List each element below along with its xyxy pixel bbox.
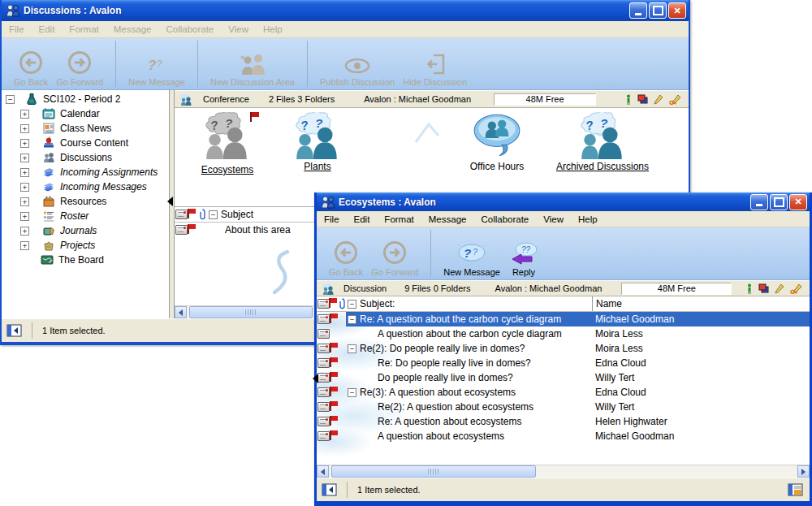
course-content-icon [42, 136, 55, 149]
titlebar[interactable]: Ecosystems : Avalon ✕ [317, 192, 810, 211]
scroll-right-button[interactable] [797, 465, 810, 478]
horizontal-scrollbar[interactable] [317, 465, 810, 478]
scrollbar-thumb[interactable] [331, 465, 536, 478]
go-back-button[interactable]: Go Back [10, 50, 52, 87]
tree-item-label: Discussions [60, 152, 112, 163]
message-sender: Helen Highwater [595, 416, 667, 427]
menu-message[interactable]: Message [106, 24, 159, 34]
expand-icon[interactable]: + [20, 154, 29, 162]
message-row[interactable]: Do people really live in domes? Willy Te… [317, 370, 810, 385]
expand-icon[interactable]: + [20, 110, 29, 119]
titlebar[interactable]: Discussions : Avalon ✕ [2, 0, 689, 21]
tree-item-discussions[interactable]: + Discussions [2, 150, 169, 165]
expand-icon[interactable]: + [20, 197, 29, 206]
menu-help[interactable]: Help [256, 24, 290, 34]
go-forward-button[interactable]: Go Forward [52, 50, 107, 87]
menu-format[interactable]: Format [377, 214, 421, 224]
message-row[interactable]: Re: A question about ecosystems Helen Hi… [317, 414, 810, 429]
tree-item-roster[interactable]: + Roster [2, 209, 169, 223]
go-back-button[interactable]: Go Back [325, 240, 367, 277]
message-row[interactable]: A question about ecosystems Michael Good… [317, 429, 810, 443]
message-sender: Moira Less [595, 328, 643, 339]
tree-item-incoming-messages[interactable]: + Incoming Messages [2, 179, 169, 194]
collapse-icon[interactable]: − [6, 95, 15, 104]
tree-item-calendar[interactable]: + Calendar [2, 106, 169, 121]
list-header[interactable]: − Subject: Name [317, 296, 810, 312]
tree-item-label: Class News [60, 123, 111, 134]
toolbar: Go Back Go Forward ? ? Ne [317, 227, 810, 280]
go-forward-button[interactable]: Go Forward [367, 240, 422, 277]
menu-view[interactable]: View [536, 214, 571, 224]
collapse-all-icon[interactable]: − [348, 300, 356, 309]
tree-item-projects[interactable]: + Projects [2, 238, 169, 253]
reply-button[interactable]: ?? Reply [504, 242, 543, 277]
maximize-button[interactable] [770, 194, 788, 210]
expand-icon[interactable]: + [20, 183, 29, 192]
message-sender: Edna Cloud [595, 387, 646, 398]
menu-file[interactable]: File [317, 214, 347, 224]
message-row[interactable]: − Re(2): Do people really live in domes?… [317, 341, 810, 356]
tree-item-sci102[interactable]: − SCI102 - Period 2 [2, 92, 169, 106]
scroll-left-button[interactable] [175, 306, 187, 318]
message-sender: Moira Less [595, 343, 643, 354]
desktop-icon-office-hours[interactable]: Office Hours [448, 112, 546, 172]
toggle-panel-button[interactable] [6, 324, 22, 337]
message-subject: Re(2): A question about ecosystems [378, 401, 533, 413]
collapse-thread-icon[interactable]: − [348, 344, 356, 353]
name-column-header[interactable]: Name [592, 296, 622, 311]
tree-item-the-board[interactable]: The Board [2, 253, 169, 267]
tree-item-incoming-assignments[interactable]: + Incoming Assignments [2, 165, 169, 179]
menu-format[interactable]: Format [62, 24, 106, 34]
expand-icon[interactable]: + [20, 124, 29, 133]
tree-item-class-news[interactable]: + Class News [2, 121, 169, 136]
menu-help[interactable]: Help [571, 214, 605, 224]
collapse-thread-icon[interactable]: − [348, 388, 356, 397]
view-options-button[interactable] [788, 483, 803, 496]
message-row[interactable]: − Re: A question about the carbon cycle … [317, 312, 810, 327]
menu-view[interactable]: View [221, 24, 256, 34]
close-button[interactable]: ✕ [668, 2, 686, 19]
new-message-button[interactable]: ? ? New Message [439, 242, 504, 277]
message-row[interactable]: Re(2): A question about ecosystems Willy… [317, 400, 810, 414]
collapse-pane-icon[interactable] [313, 374, 318, 383]
menu-collaborate[interactable]: Collaborate [473, 214, 536, 224]
new-discussion-area-button[interactable]: ✶ New Discussion Area [206, 54, 299, 87]
menu-message[interactable]: Message [421, 214, 474, 224]
tree-item-resources[interactable]: + Resources [2, 194, 169, 209]
menu-file[interactable]: File [2, 24, 32, 34]
collapse-pane-icon[interactable] [167, 197, 173, 206]
publish-discussion-button[interactable]: Publish Discussion [316, 57, 399, 87]
scrollbar-thumb[interactable] [189, 306, 313, 318]
menu-edit[interactable]: Edit [32, 24, 63, 34]
menu-collaborate[interactable]: Collaborate [158, 24, 221, 34]
collapse-thread-icon[interactable]: − [348, 315, 356, 324]
expand-icon[interactable]: + [20, 241, 29, 250]
desktop-icon-plants[interactable]: ? ? Plants [269, 112, 366, 172]
desktop-icon-label: Ecosystems [201, 164, 254, 175]
pane-splitter[interactable] [170, 90, 174, 318]
close-button[interactable]: ✕ [789, 194, 807, 210]
expand-icon[interactable]: + [20, 227, 29, 236]
message-row[interactable]: Re: Do people really live in domes? Edna… [317, 356, 810, 370]
minimize-button[interactable] [629, 2, 647, 19]
message-row[interactable]: A question about the carbon cycle diagra… [317, 327, 810, 341]
free-space: 48M Free [621, 283, 732, 295]
minimize-button[interactable] [750, 194, 768, 210]
desktop-icon-archived-discussions[interactable]: ? ? Archived Discussions [542, 112, 663, 172]
hide-discussion-button[interactable]: Hide Discussion [399, 54, 471, 87]
tree-item-course-content[interactable]: + Course Content [2, 136, 169, 150]
message-row[interactable]: − Re(3): A question about ecosystems Edn… [317, 385, 810, 400]
desktop-icon-ecosystems[interactable]: ? ? Ecosystems [179, 112, 276, 175]
expand-icon[interactable]: + [20, 168, 29, 177]
toggle-panel-button[interactable] [322, 483, 337, 496]
new-discussion-icon: ✶ [239, 54, 266, 75]
new-message-button[interactable]: ? ? New Message [124, 55, 189, 87]
menu-edit[interactable]: Edit [347, 214, 378, 224]
forward-arrow-icon [67, 50, 92, 75]
collapse-all-icon[interactable]: − [209, 210, 218, 219]
expand-icon[interactable]: + [20, 139, 29, 148]
scroll-left-button[interactable] [317, 465, 329, 478]
expand-icon[interactable]: + [20, 212, 29, 221]
tree-item-journals[interactable]: + Journals [2, 223, 169, 238]
maximize-button[interactable] [649, 2, 667, 19]
